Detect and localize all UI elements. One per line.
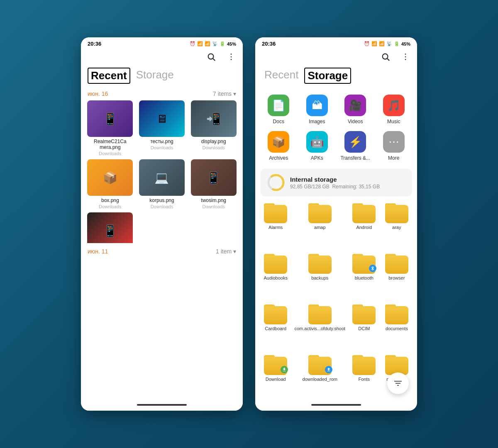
svg-point-7 [405,54,406,55]
file-location: Downloads [151,145,173,150]
folder-cardboard[interactable]: Cardboard [260,301,291,350]
svg-point-8 [405,56,406,58]
filter-fab[interactable] [387,373,409,394]
images-icon: 🏔 [306,95,328,116]
videos-label: Videos [348,119,363,124]
videos-icon: 🎥 [344,95,366,116]
folder-browser[interactable]: browser [381,251,412,299]
home-indicator [311,404,361,406]
folder-icon [352,355,376,375]
file-location: Downloads [99,151,121,156]
category-docs[interactable]: 📄 Docs [260,92,297,127]
folder-label: amap [314,225,326,230]
list-item[interactable]: 📱 display2.png Downloads [86,212,134,243]
folder-android[interactable]: Android [349,200,379,249]
tab-storage-left[interactable]: Storage [134,68,176,84]
tab-header-right: Recent Storage [255,65,417,89]
menu-button-right[interactable] [399,50,412,63]
status-bar-left: 20:36 ⏰ 📶 📶 📡 🔋 45% [81,37,243,49]
folder-dcim[interactable]: DCIM [349,301,379,350]
list-item[interactable]: 📱 RealmeC21Ca mera.png Downloads [86,100,134,156]
transfers-icon: ⚡ [344,131,366,153]
category-music[interactable]: 🎵 Music [376,92,413,127]
category-images[interactable]: 🏔 Images [299,92,336,127]
status-time-right: 20:36 [262,41,276,47]
file-name: korpus.png [149,197,174,203]
folder-icon [308,254,332,274]
music-label: Music [387,119,400,124]
more-icon: ⋯ [383,131,405,153]
folder-fonts[interactable]: Fonts [349,352,379,401]
folder-callofduty[interactable]: com.activis...ofduty.shoot [293,301,347,350]
wifi-icon: 📡 [386,41,392,46]
category-apks[interactable]: 🤖 APKs [299,129,336,163]
list-item[interactable]: 💻 korpus.png Downloads [138,159,186,209]
storage-name: Internal storage [290,176,380,183]
file-thumbnail: 📱 [191,159,237,196]
folder-bluetooth[interactable]: bluetooth [349,251,379,299]
folder-label: com.activis...ofduty.shoot [294,326,345,331]
list-item[interactable]: 📲 display.png Downloads [189,100,238,156]
signal2-icon: 📶 [205,41,210,46]
bottom-bar-left [81,401,243,411]
apks-label: APKs [311,155,323,161]
bottom-bar-right [255,401,417,411]
file-location: Downloads [202,204,225,209]
docs-label: Docs [273,119,284,124]
folder-label: aray [392,225,401,230]
folder-alarms[interactable]: Alarms [260,200,291,249]
folder-icon [264,304,287,324]
folder-download[interactable]: Download [260,352,291,401]
category-more[interactable]: ⋯ More [376,129,413,163]
file-thumbnail: 🖥 [139,100,185,137]
section2-header: июн. 11 1 item ▾ [81,246,243,258]
list-item[interactable]: 📱 twosim.png Downloads [189,159,238,209]
folder-label: backups [311,275,328,281]
folder-backups[interactable]: backups [293,251,347,299]
storage-info: Internal storage 92,85 GB/128 GB Remaini… [290,176,380,190]
storage-donut-chart [267,173,285,192]
folder-aray[interactable]: aray [381,200,412,249]
svg-point-5 [383,54,388,59]
more-label: More [388,155,399,161]
category-archives[interactable]: 📦 Archives [260,129,297,163]
menu-button-left[interactable] [225,50,238,63]
music-icon: 🎵 [383,95,405,116]
svg-point-4 [231,59,232,60]
svg-point-3 [231,56,232,58]
signal-icon: 📶 [371,41,377,46]
folder-downloaded-rom[interactable]: downloaded_rom [293,352,347,401]
section1-count: 7 items ▾ [213,90,236,97]
list-item[interactable]: 🖥 тесты.png Downloads [138,100,186,156]
svg-line-6 [387,58,389,61]
file-grid-left: 📱 RealmeC21Ca mera.png Downloads 🖥 тесты… [81,100,243,243]
alarm-icon: ⏰ [364,41,370,46]
list-item[interactable]: 📦 box.png Downloads [86,159,134,209]
internal-storage-card[interactable]: Internal storage 92,85 GB/128 GB Remaini… [260,168,412,197]
category-transfers[interactable]: ⚡ Transfers &... [337,129,374,163]
tab-storage-right[interactable]: Storage [304,68,351,84]
status-time-left: 20:36 [88,41,101,47]
folder-icon [352,304,376,324]
search-button-left[interactable] [205,50,218,63]
file-location: Downloads [202,145,225,150]
battery-icon: 🔋 [394,41,400,46]
folder-amap[interactable]: amap [293,200,347,249]
signal-icon: 📶 [197,41,203,46]
tab-header-left: Recent Storage [81,65,243,89]
search-button-right[interactable] [379,50,392,63]
docs-icon: 📄 [268,95,289,116]
tab-recent-right[interactable]: Recent [262,68,301,84]
tab-recent-left[interactable]: Recent [88,68,130,84]
folder-icon [385,355,408,375]
section1-header: июн. 16 7 items ▾ [81,89,243,100]
file-name: display.png [201,139,226,144]
folder-audiobooks[interactable]: Audiobooks [260,251,291,299]
folder-icon [264,355,287,375]
status-icons-left: ⏰ 📶 📶 📡 🔋 45% [190,41,236,46]
battery-pct-left: 45% [227,41,236,46]
category-videos[interactable]: 🎥 Videos [337,92,374,127]
folder-documents[interactable]: documents [381,301,412,350]
left-phone: 20:36 ⏰ 📶 📶 📡 🔋 45% Recent Storage [81,37,243,411]
top-bar-left [81,49,243,65]
